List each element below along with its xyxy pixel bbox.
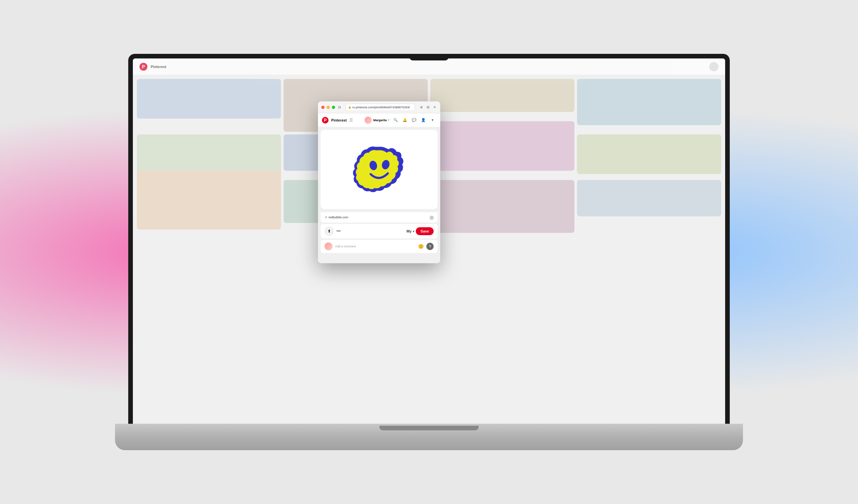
my-save-label: My <box>407 229 412 233</box>
save-dropdown-icon[interactable]: ▾ <box>413 230 414 233</box>
pin-actions-row: ⬆ ••• My ▾ Save <box>321 224 438 239</box>
user-avatar <box>365 117 372 124</box>
profile-header-icon[interactable]: 👤 <box>420 117 427 124</box>
browser-bookmark-icon[interactable]: ⊕ <box>419 105 424 110</box>
browser-minimize-btn[interactable] <box>327 106 330 109</box>
browser-nav-icons: ⊟ <box>337 105 342 110</box>
bg-pin-card <box>577 79 721 125</box>
browser-titlebar: ⊟ 🔒 ru.pinterest.com/pin/460844974388875… <box>318 101 440 113</box>
bg-pinterest-logo: P <box>140 63 147 71</box>
bg-pin-card <box>577 180 721 216</box>
smiley-sticker-svg <box>353 143 406 196</box>
pin-source-row: ↗ redbubble.com ◎ <box>321 212 438 223</box>
pinterest-menu-icon[interactable]: ☰ <box>349 118 353 123</box>
comment-input[interactable]: Add a comment <box>335 245 415 248</box>
pinterest-app: P Pinterest ☰ Margarita ▾ 🔍 🔔 💬 <box>318 113 440 263</box>
camera-notch <box>409 54 449 61</box>
save-section: My ▾ Save <box>407 227 434 235</box>
ssl-lock-icon: 🔒 <box>348 106 351 109</box>
screen-bezel: 🔍 🔔 ⚙ 👤 P Pinterest <box>128 54 730 427</box>
notifications-header-icon[interactable]: 🔔 <box>401 117 409 124</box>
bg-pin-card <box>430 180 574 233</box>
more-header-icon[interactable]: ▾ <box>429 117 436 124</box>
bg-pin-card <box>430 121 574 171</box>
more-action-icon[interactable]: ••• <box>336 229 341 233</box>
bg-pin-card <box>430 79 574 112</box>
laptop-base <box>115 424 743 450</box>
pin-comment-row: Add a comment 🙂 ? <box>321 240 438 253</box>
browser-close-icon[interactable]: ✕ <box>432 105 437 110</box>
bg-pinterest-name: Pinterest <box>151 65 166 69</box>
browser-close-btn[interactable] <box>321 106 324 109</box>
search-header-icon[interactable]: 🔍 <box>392 117 399 124</box>
pinterest-p-letter: P <box>324 118 327 123</box>
source-domain: redbubble.com <box>329 216 348 219</box>
pin-content-area: ↗ redbubble.com ◎ ⬆ ••• My ▾ <box>318 127 440 263</box>
url-text: ru.pinterest.com/pin/460844974388875269/ <box>352 106 410 109</box>
browser-back-icon[interactable]: ⊟ <box>337 105 342 110</box>
lens-icon[interactable]: ◎ <box>430 215 434 220</box>
pinterest-header-icons: 🔍 🔔 💬 👤 ▾ <box>392 117 436 124</box>
emoji-picker-icon[interactable]: 🙂 <box>418 244 424 249</box>
browser-maximize-btn[interactable] <box>332 106 335 109</box>
pinterest-header-user: Margarita ▾ <box>365 117 390 124</box>
browser-share-icon[interactable]: ⊞ <box>426 105 430 110</box>
laptop-hinge <box>379 426 479 430</box>
external-link-icon: ↗ <box>324 216 327 219</box>
user-dropdown-icon[interactable]: ▾ <box>388 118 390 121</box>
share-action-icon[interactable]: ⬆ <box>324 227 334 236</box>
help-button[interactable]: ? <box>426 243 434 250</box>
bg-pin-card <box>577 134 721 174</box>
pin-image-container <box>321 130 438 209</box>
save-button[interactable]: Save <box>416 227 434 235</box>
bg-pin-card <box>137 170 281 230</box>
pin-source-link[interactable]: ↗ redbubble.com <box>324 216 348 219</box>
username-label: Margarita <box>373 118 387 122</box>
pin-image <box>321 130 438 209</box>
pinterest-wordmark: Pinterest <box>331 118 347 122</box>
bg-user-avatar <box>709 62 718 71</box>
laptop-frame: 🔍 🔔 ⚙ 👤 P Pinterest <box>115 54 743 450</box>
pinterest-header: P Pinterest ☰ Margarita ▾ 🔍 🔔 💬 <box>318 113 440 127</box>
bg-header: P Pinterest <box>133 59 725 75</box>
browser-window: ⊟ 🔒 ru.pinterest.com/pin/460844974388875… <box>318 101 440 263</box>
messages-header-icon[interactable]: 💬 <box>411 117 418 124</box>
bg-pin-card <box>137 79 281 118</box>
commenter-avatar <box>324 242 333 250</box>
pinterest-logo-icon: P <box>322 117 329 124</box>
browser-urlbar[interactable]: 🔒 ru.pinterest.com/pin/46084497438887526… <box>346 104 415 111</box>
laptop-screen: 🔍 🔔 ⚙ 👤 P Pinterest <box>133 59 725 427</box>
